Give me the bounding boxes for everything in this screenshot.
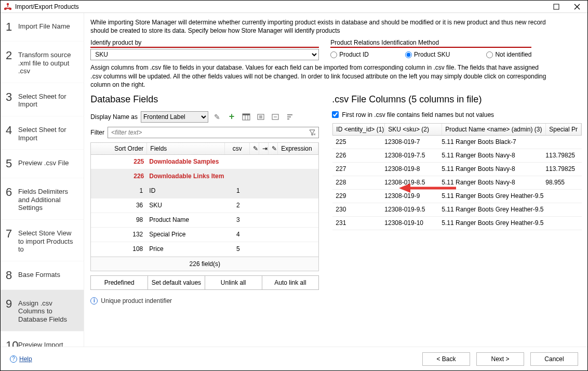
csv-row[interactable]: 22912308-019-95.11 Ranger Boots Grey Hea… (332, 190, 582, 203)
step-label: Import File Name (18, 20, 70, 31)
group-row[interactable]: 226Downloadable Links Item (91, 169, 318, 184)
wizard-step-3[interactable]: 3Select Sheet for Import (1, 83, 84, 116)
radio-product-id[interactable]: Product ID (330, 51, 369, 58)
expand-icon[interactable] (255, 111, 266, 123)
step-label: Fields Delimiters and Additional Setting… (18, 186, 78, 212)
field-row[interactable]: 108Price5 (91, 242, 318, 257)
svg-rect-6 (554, 4, 559, 9)
csv-row[interactable]: 22812308-019-8.55.11 Ranger Boots Navy-8… (332, 176, 582, 190)
step-number: 2 (6, 49, 18, 62)
edit-icon[interactable]: ✎ (211, 111, 223, 123)
group-row[interactable]: 225Downloadable Samples (91, 155, 318, 169)
radio-not-identified[interactable]: Not identified (486, 51, 531, 58)
set-defaults-button[interactable]: Set default values (148, 275, 205, 290)
db-grid-footer: 226 field(s) (91, 257, 318, 271)
step-number: 10 (6, 339, 18, 347)
csv-columns-header: .csv File Columns (5 columns in file) (332, 94, 582, 105)
wizard-step-10[interactable]: 10Preview Import (1, 332, 84, 347)
field-row[interactable]: 36SKU2 (91, 198, 318, 213)
assign-description: Assign columns from .csv file to fields … (90, 63, 547, 89)
step-number: 5 (6, 157, 18, 170)
relations-method-label: Product Relations Identification Method (330, 39, 531, 48)
field-row[interactable]: 98Product Name3 (91, 213, 318, 228)
auto-link-all-button[interactable]: Auto link all (262, 275, 319, 290)
clear-filter-icon[interactable] (308, 128, 317, 137)
unlink-all-button[interactable]: Unlink all (205, 275, 262, 290)
app-icon (4, 3, 12, 11)
wizard-step-6[interactable]: 6Fields Delimiters and Additional Settin… (1, 178, 84, 220)
display-name-select[interactable]: Frontend Label (141, 111, 208, 123)
svg-rect-8 (243, 114, 250, 115)
step-label: Preview .csv File (18, 157, 69, 167)
help-icon: ? (10, 355, 17, 363)
wizard-step-5[interactable]: 5Preview .csv File (1, 150, 84, 178)
titlebar: Import/Export Products (1, 1, 587, 13)
csv-row[interactable]: 23112308-019-105.11 Ranger Boots Grey He… (332, 217, 582, 230)
step-number: 8 (6, 269, 18, 282)
col-exp-edit-icon: ✎ (269, 143, 278, 154)
step-label: Select Sheet for Import (18, 90, 78, 109)
step-number: 1 (6, 20, 18, 34)
csv-row[interactable]: 22612308-019-7.55.11 Ranger Boots Navy-8… (332, 149, 582, 163)
csv-row[interactable]: 22512308-019-75.11 Ranger Boots Black-7 (332, 136, 582, 149)
display-name-label: Display Name as (90, 113, 138, 121)
radio-product-id-label: Product ID (339, 51, 369, 58)
filter-label: Filter (90, 129, 104, 136)
cancel-button[interactable]: Cancel (530, 352, 578, 366)
wizard-step-8[interactable]: 8Base Formats (1, 261, 84, 290)
help-link[interactable]: ? Help (10, 355, 32, 363)
filter-input[interactable] (108, 127, 319, 138)
col-special-price[interactable]: Special Pr (546, 124, 581, 135)
col-product-name[interactable]: Product Name <name> (admin) (3) (442, 124, 546, 135)
step-label: Base Formats (18, 269, 60, 279)
radio-product-sku-label: Product SKU (414, 51, 450, 58)
columns-icon[interactable] (240, 111, 252, 123)
wizard-step-9[interactable]: 9Assign .csv Columns to Database Fields (1, 290, 84, 332)
radio-product-sku[interactable]: Product SKU (405, 51, 450, 58)
predefined-button[interactable]: Predefined (90, 275, 148, 290)
identify-by-select[interactable]: SKU (90, 49, 319, 60)
main-panel: While importing Store Manager will deter… (84, 13, 587, 347)
first-row-checkbox-row[interactable]: First row in .csv file contains field na… (332, 111, 582, 118)
close-button[interactable] (567, 1, 587, 13)
back-button[interactable]: < Back (422, 352, 470, 366)
relations-radio-group: Product ID Product SKU Not identified (330, 49, 531, 60)
maximize-button[interactable] (546, 1, 567, 13)
csv-row[interactable]: 22712308-019-85.11 Ranger Boots Navy-811… (332, 163, 582, 176)
col-sku[interactable]: SKU <sku> (2) (385, 124, 442, 135)
collapse-icon[interactable] (270, 111, 281, 123)
db-grid-header: Sort Order Fields csv ✎ ⇥ ✎ Expression (91, 143, 318, 155)
col-csv[interactable]: csv (225, 143, 250, 154)
db-fields-grid: Sort Order Fields csv ✎ ⇥ ✎ Expression 2… (90, 142, 319, 271)
col-link-icon: ⇥ (259, 143, 269, 154)
col-entity-id[interactable]: ID <entity_id> (1) (333, 124, 385, 135)
step-label: Transform source .xml file to output .cs… (18, 49, 78, 75)
col-expression[interactable]: Expression (278, 143, 318, 154)
step-number: 3 (6, 90, 18, 104)
field-row[interactable]: 132Special Price4 (91, 228, 318, 242)
wizard-step-7[interactable]: 7Select Store View to import Products to (1, 220, 84, 261)
add-icon[interactable]: + (226, 111, 237, 123)
intro-description: While importing Store Manager will deter… (90, 18, 547, 38)
col-fields[interactable]: Fields (147, 143, 225, 154)
database-fields-header: Database Fields (90, 94, 319, 105)
col-sort-order[interactable]: Sort Order (91, 143, 147, 154)
csv-grid-header: ID <entity_id> (1) SKU <sku> (2) Product… (332, 123, 582, 136)
csv-grid: ID <entity_id> (1) SKU <sku> (2) Product… (332, 123, 582, 231)
sort-icon[interactable] (284, 111, 296, 123)
step-label: Select Sheet for Import (18, 124, 78, 142)
step-number: 9 (6, 297, 18, 311)
first-row-label: First row in .csv file contains field na… (342, 111, 494, 118)
wizard-step-2[interactable]: 2Transform source .xml file to output .c… (1, 42, 84, 83)
step-number: 6 (6, 186, 18, 199)
first-row-checkbox[interactable] (332, 111, 339, 118)
step-label: Preview Import (18, 339, 63, 347)
unique-identifier-text: Unique product indentifier (101, 297, 172, 304)
db-buttons-row: Predefined Set default values Unlink all… (90, 275, 319, 290)
wizard-step-1[interactable]: 1Import File Name (1, 13, 84, 42)
wizard-step-4[interactable]: 4Select Sheet for Import (1, 116, 84, 150)
csv-row[interactable]: 23012308-019-9.55.11 Ranger Boots Grey H… (332, 203, 582, 217)
help-text: Help (19, 355, 32, 363)
next-button[interactable]: Next > (476, 352, 524, 366)
field-row[interactable]: 1ID1 (91, 184, 318, 198)
